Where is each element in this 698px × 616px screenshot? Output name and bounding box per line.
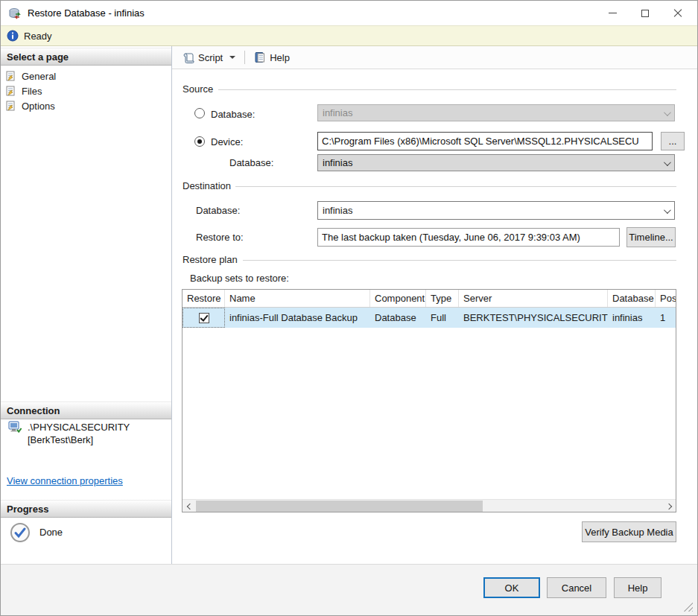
column-header-component[interactable]: Component bbox=[370, 290, 426, 307]
source-database-value: infinias bbox=[323, 107, 352, 118]
source-database-radio[interactable] bbox=[194, 108, 205, 118]
column-header-server[interactable]: Server bbox=[459, 290, 608, 307]
chevron-down-icon bbox=[664, 159, 671, 166]
main-panel: Script Help Source Database: bbox=[172, 46, 698, 564]
toolbar: Script Help bbox=[172, 46, 698, 69]
cell-database: infinias bbox=[608, 312, 656, 323]
source-database-radio-label: Database: bbox=[211, 109, 255, 120]
ok-button[interactable]: OK bbox=[483, 577, 540, 598]
status-text: Ready bbox=[24, 31, 52, 42]
script-dropdown-caret bbox=[229, 56, 235, 59]
restore-checkbox-cell bbox=[183, 308, 225, 328]
source-device-database-value: infinias bbox=[323, 157, 352, 168]
progress-header: Progress bbox=[1, 500, 171, 518]
restore-plan-group-line bbox=[243, 260, 676, 261]
source-group-label: Source bbox=[183, 83, 218, 95]
column-header-restore[interactable]: Restore bbox=[183, 290, 225, 307]
sidebar-item-label: Files bbox=[22, 86, 42, 97]
chevron-left-icon bbox=[186, 503, 192, 509]
scrollbar-thumb[interactable] bbox=[196, 501, 483, 512]
chevron-down-icon bbox=[664, 109, 671, 116]
column-header-position[interactable]: Position bbox=[656, 290, 676, 307]
column-header-name[interactable]: Name bbox=[225, 290, 370, 307]
restore-checkbox[interactable] bbox=[199, 313, 209, 323]
destination-database-value: infinias bbox=[323, 205, 352, 216]
table-header-row: Restore Name Component Type Server Datab… bbox=[183, 290, 676, 308]
help-footer-button[interactable]: Help bbox=[614, 577, 661, 598]
resize-grip[interactable] bbox=[684, 603, 693, 612]
window-title: Restore Database - infinias bbox=[28, 7, 145, 19]
footer: OK Cancel Help bbox=[1, 564, 697, 616]
toolbar-separator bbox=[244, 51, 245, 64]
cell-component: Database bbox=[370, 312, 426, 323]
titlebar: Restore Database - infinias bbox=[1, 1, 697, 25]
timeline-button[interactable]: Timeline... bbox=[626, 227, 676, 247]
sidebar-item-files[interactable]: Files bbox=[5, 83, 42, 98]
done-check-icon bbox=[10, 522, 31, 543]
destination-group-line bbox=[235, 186, 676, 187]
cell-position: 1 bbox=[656, 312, 676, 323]
backup-sets-table-inner: Restore Name Component Type Server Datab… bbox=[183, 290, 676, 328]
restore-to-input[interactable] bbox=[317, 228, 620, 247]
minimize-button[interactable] bbox=[597, 3, 627, 24]
close-icon bbox=[673, 9, 682, 18]
connection-header: Connection bbox=[1, 401, 171, 419]
browse-device-button[interactable]: ... bbox=[661, 132, 685, 150]
restore-database-icon bbox=[8, 7, 22, 19]
restore-to-label: Restore to: bbox=[196, 232, 244, 243]
chevron-down-icon bbox=[664, 206, 671, 214]
server-connection-icon bbox=[8, 421, 23, 434]
status-strip: Ready bbox=[1, 25, 697, 46]
restore-database-dialog: Restore Database - infinias Ready Select… bbox=[0, 0, 698, 616]
page-icon bbox=[5, 86, 17, 97]
page-icon bbox=[5, 71, 17, 82]
destination-database-combo[interactable]: infinias bbox=[317, 201, 675, 220]
connection-server: .\PHYSICALSECURITY bbox=[28, 422, 130, 433]
connection-user: [BerkTest\Berk] bbox=[28, 434, 93, 445]
help-toolbar-label: Help bbox=[270, 52, 290, 63]
column-header-type[interactable]: Type bbox=[426, 290, 459, 307]
page-icon bbox=[5, 101, 17, 112]
help-icon bbox=[254, 51, 266, 63]
source-device-radio[interactable] bbox=[194, 136, 205, 147]
view-connection-properties-link[interactable]: View connection properties bbox=[7, 475, 123, 486]
restore-plan-group-label: Restore plan bbox=[183, 254, 242, 265]
source-device-database-combo[interactable]: infinias bbox=[317, 154, 675, 171]
column-header-database[interactable]: Database bbox=[608, 290, 656, 307]
source-group-line bbox=[218, 89, 676, 90]
sidebar: Select a page General Files bbox=[1, 46, 172, 564]
dialog-body: Select a page General Files bbox=[1, 46, 697, 564]
source-database-combo: infinias bbox=[317, 104, 675, 121]
scroll-right-button[interactable] bbox=[663, 500, 676, 512]
help-button[interactable]: Help bbox=[250, 49, 294, 66]
table-row[interactable]: infinias-Full Database Backup Database F… bbox=[183, 308, 676, 328]
sidebar-item-label: Options bbox=[22, 101, 55, 112]
window-controls bbox=[597, 1, 693, 25]
cell-name: infinias-Full Database Backup bbox=[225, 312, 370, 323]
cell-server: BERKTEST\PHYSICALSECURITY bbox=[459, 312, 608, 323]
script-icon bbox=[183, 52, 194, 63]
destination-group-label: Destination bbox=[183, 180, 235, 191]
sidebar-item-label: General bbox=[22, 71, 56, 82]
close-button[interactable] bbox=[663, 3, 693, 24]
backup-sets-table: Restore Name Component Type Server Datab… bbox=[182, 289, 676, 512]
cell-type: Full bbox=[426, 312, 459, 323]
maximize-button[interactable] bbox=[630, 3, 660, 24]
scroll-left-button[interactable] bbox=[183, 500, 195, 512]
script-button[interactable]: Script bbox=[178, 50, 240, 66]
script-label: Script bbox=[198, 52, 223, 63]
minimize-icon bbox=[609, 13, 617, 13]
destination-database-label: Database: bbox=[196, 205, 240, 216]
source-device-radio-label: Device: bbox=[211, 136, 243, 147]
chevron-right-icon bbox=[665, 503, 671, 509]
info-icon bbox=[7, 30, 19, 42]
maximize-icon bbox=[641, 10, 649, 17]
device-path-input[interactable] bbox=[317, 132, 653, 150]
horizontal-scrollbar[interactable] bbox=[183, 499, 676, 512]
sidebar-item-general[interactable]: General bbox=[5, 69, 56, 83]
cancel-button[interactable]: Cancel bbox=[547, 577, 606, 598]
select-page-header: Select a page bbox=[1, 48, 171, 66]
verify-backup-media-button[interactable]: Verify Backup Media bbox=[582, 521, 676, 542]
sidebar-item-options[interactable]: Options bbox=[5, 98, 55, 113]
backup-sets-label: Backup sets to restore: bbox=[190, 273, 289, 284]
